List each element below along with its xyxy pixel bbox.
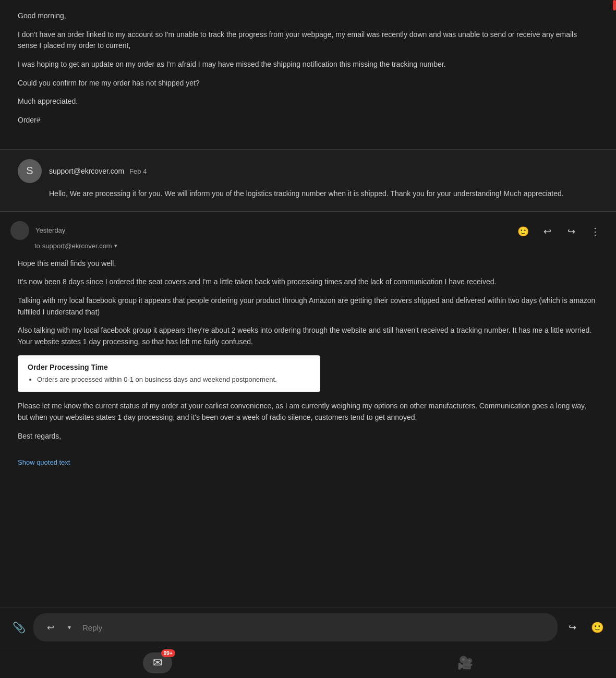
- support-reply-header: S support@ekrcover.com Feb 4: [18, 159, 598, 183]
- reply-icon-button[interactable]: ↩: [42, 619, 59, 636]
- bottom-navigation: ✉ 99+ 🎥: [0, 647, 616, 678]
- first-email-body: Good morning, I don't have an order link…: [0, 0, 616, 150]
- support-avatar: S: [18, 159, 42, 183]
- first-email-para4: Much appreciated.: [18, 96, 598, 107]
- second-email-date: Yesterday: [35, 226, 65, 234]
- first-email-para5: Order#: [18, 115, 598, 126]
- emoji-button[interactable]: 🙂: [587, 617, 608, 638]
- to-address: support@ekrcover.com: [42, 242, 112, 250]
- second-email-closing: Best regards,: [18, 431, 598, 442]
- video-icon: 🎥: [457, 656, 473, 670]
- to-label: to: [34, 242, 40, 250]
- reply-placeholder[interactable]: Reply: [82, 623, 549, 632]
- second-email-para1: It's now been 8 days since I ordered the…: [18, 276, 598, 288]
- second-email-para2: Talking with my local facebook group it …: [18, 295, 598, 318]
- emoji-react-button[interactable]: 🙂: [513, 221, 534, 242]
- reply-button-group: ↩ ▾: [42, 619, 78, 636]
- mail-badge: 99+: [161, 649, 175, 657]
- first-email-para2: I was hoping to get an update on my orde…: [18, 59, 598, 70]
- second-email-para4: Please let me know the current status of…: [18, 401, 598, 423]
- second-email-para3: Also talking with my local facebook grou…: [18, 325, 598, 347]
- forward-reply-button[interactable]: ↪: [562, 617, 583, 638]
- mail-icon: ✉: [153, 656, 162, 670]
- support-body-text: Hello, We are processing it for you. We …: [18, 188, 598, 200]
- forward-button[interactable]: ↪: [561, 221, 582, 242]
- second-email-section: Yesterday to support@ekrcover.com ▾ 🙂 ↩ …: [0, 212, 616, 482]
- support-email: support@ekrcover.com: [49, 167, 124, 175]
- second-email-body: Hope this email finds you well, It's now…: [0, 253, 616, 455]
- order-box-bullet: Orders are processed within 0-1 on busin…: [37, 374, 310, 385]
- sender-avatar: [10, 221, 29, 240]
- first-email-para3: Could you confirm for me my order has no…: [18, 78, 598, 89]
- second-email-sender-block: Yesterday to support@ekrcover.com ▾: [10, 221, 117, 250]
- reply-bar: 📎 ↩ ▾ Reply ↪ 🙂: [0, 608, 616, 647]
- sender-row: Yesterday: [10, 221, 117, 240]
- second-email-header: Yesterday to support@ekrcover.com ▾ 🙂 ↩ …: [0, 212, 616, 253]
- support-sender-info: support@ekrcover.com Feb 4: [49, 167, 147, 175]
- chevron-down-icon[interactable]: ▾: [114, 243, 117, 249]
- attach-button[interactable]: 📎: [8, 617, 29, 638]
- email-action-buttons: 🙂 ↩ ↪ ⋮: [513, 221, 606, 242]
- reply-dropdown-button[interactable]: ▾: [61, 619, 78, 636]
- support-reply-section: S support@ekrcover.com Feb 4 Hello, We a…: [0, 150, 616, 212]
- show-quoted-text-button[interactable]: Show quoted text: [18, 458, 70, 466]
- mail-icon-wrap[interactable]: ✉ 99+: [143, 652, 172, 673]
- mail-nav-item[interactable]: ✉ 99+: [143, 652, 172, 673]
- order-processing-box: Order Processing Time Orders are process…: [18, 355, 320, 393]
- reply-input-area[interactable]: ↩ ▾ Reply: [33, 613, 558, 641]
- sender-info: Yesterday: [34, 226, 65, 234]
- order-box-title: Order Processing Time: [28, 363, 310, 371]
- second-email-greeting: Hope this email finds you well,: [18, 258, 598, 270]
- video-nav-item[interactable]: 🎥: [457, 656, 473, 670]
- support-date: Feb 4: [129, 167, 147, 175]
- first-email-para1: I don't have an order linked to my accou…: [18, 29, 598, 52]
- more-options-button[interactable]: ⋮: [585, 221, 606, 242]
- first-email-greeting: Good morning,: [18, 10, 598, 22]
- reply-button[interactable]: ↩: [537, 221, 558, 242]
- sender-to-row[interactable]: to support@ekrcover.com ▾: [10, 242, 117, 250]
